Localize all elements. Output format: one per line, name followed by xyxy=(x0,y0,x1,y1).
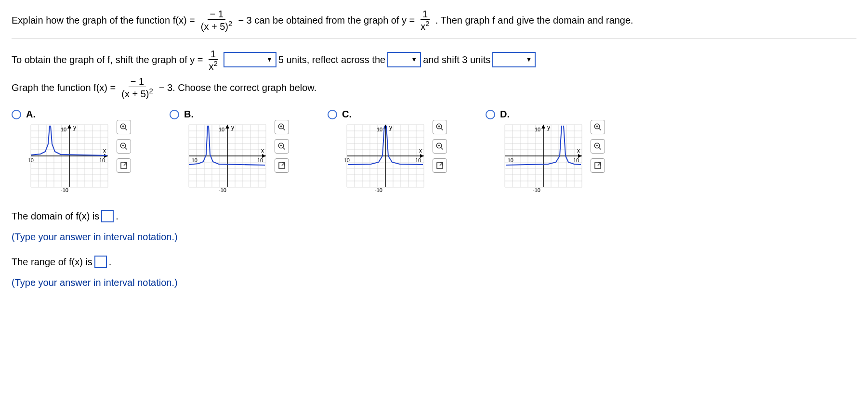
range-question: The range of f(x) is . xyxy=(12,251,856,272)
svg-line-159 xyxy=(598,163,601,166)
denominator: x2 xyxy=(207,60,219,72)
svg-text:x: x xyxy=(577,147,580,154)
fraction: − 1 (x + 5)2 xyxy=(199,9,235,32)
question-text: Explain how the graph of the function f(… xyxy=(12,9,856,39)
graph-c: y x 10 10 -10 -10 xyxy=(342,120,429,192)
svg-line-112 xyxy=(441,128,443,130)
svg-text:10: 10 xyxy=(61,127,66,132)
option-label: A. xyxy=(26,109,131,120)
zoom-out-icon[interactable] xyxy=(117,139,131,154)
text: The domain of f(x) is xyxy=(12,206,99,227)
svg-line-152 xyxy=(599,128,601,130)
fraction: 1 x2 xyxy=(207,49,219,72)
svg-text:-10: -10 xyxy=(342,157,350,163)
range-hint: (Type your answer in interval notation.) xyxy=(12,277,856,288)
svg-text:-10: -10 xyxy=(26,157,34,163)
svg-text:10: 10 xyxy=(257,157,263,163)
numerator: − 1 xyxy=(208,9,225,20)
svg-text:10: 10 xyxy=(573,157,579,163)
text: Explain how the graph of the function f(… xyxy=(12,10,195,31)
svg-line-119 xyxy=(440,163,443,166)
denominator: (x + 5)2 xyxy=(119,87,155,99)
svg-text:10: 10 xyxy=(377,127,382,132)
denominator: x2 xyxy=(419,20,431,32)
radio-c[interactable] xyxy=(328,110,337,119)
svg-text:y: y xyxy=(73,124,76,131)
zoom-out-icon[interactable] xyxy=(275,139,289,154)
svg-text:x: x xyxy=(419,147,422,154)
numerator: 1 xyxy=(209,49,218,60)
svg-line-36 xyxy=(125,147,127,150)
svg-text:10: 10 xyxy=(535,127,540,132)
svg-line-79 xyxy=(282,163,285,166)
shift-direction-dropdown[interactable] xyxy=(224,52,276,67)
svg-line-72 xyxy=(283,128,285,130)
graph-instruction: Graph the function f(x) = − 1 (x + 5)2 −… xyxy=(12,76,856,99)
numerator: − 1 xyxy=(129,76,146,87)
zoom-in-icon[interactable] xyxy=(275,120,289,134)
svg-text:10: 10 xyxy=(219,127,224,132)
text: 5 units, reflect across the xyxy=(278,49,385,70)
fraction: − 1 (x + 5)2 xyxy=(119,76,155,99)
option-label: B. xyxy=(184,109,289,120)
zoom-out-icon[interactable] xyxy=(433,139,447,154)
svg-text:10: 10 xyxy=(415,157,421,163)
option-c: C. y x 10 10 xyxy=(328,108,447,192)
svg-line-76 xyxy=(283,147,285,150)
svg-text:-10: -10 xyxy=(190,157,197,163)
graph-b: y x 10 10 -10 -10 xyxy=(184,120,271,192)
svg-text:-10: -10 xyxy=(506,157,513,163)
option-label: D. xyxy=(500,109,605,120)
range-input[interactable] xyxy=(94,256,107,268)
svg-line-116 xyxy=(441,147,443,150)
shift-vertical-dropdown[interactable] xyxy=(492,52,536,67)
svg-text:-10: -10 xyxy=(375,187,382,192)
option-b: B. y x 10 10 xyxy=(170,108,289,192)
graph-a: y x 10 10 -10 -10 xyxy=(26,120,113,192)
text: . Then graph f and give the domain and r… xyxy=(435,10,633,31)
svg-line-32 xyxy=(125,128,127,130)
text: − 3 can be obtained from the graph of y … xyxy=(238,10,415,31)
reflect-axis-dropdown[interactable] xyxy=(387,52,421,67)
transformation-sentence: To obtain the graph of f, shift the grap… xyxy=(12,49,856,72)
svg-text:-10: -10 xyxy=(61,187,68,192)
zoom-in-icon[interactable] xyxy=(433,120,447,134)
radio-b[interactable] xyxy=(170,110,179,119)
text: . xyxy=(109,251,112,272)
svg-text:y: y xyxy=(231,124,234,131)
zoom-in-icon[interactable] xyxy=(117,120,131,134)
denominator: (x + 5)2 xyxy=(199,20,235,32)
domain-input[interactable] xyxy=(101,210,114,222)
text: . xyxy=(116,206,118,227)
text: The range of f(x) is xyxy=(12,251,92,272)
option-label: C. xyxy=(342,109,447,120)
option-d: D. y x 10 10 xyxy=(486,108,605,192)
domain-question: The domain of f(x) is . xyxy=(12,206,856,227)
svg-line-39 xyxy=(124,163,127,166)
svg-text:-10: -10 xyxy=(533,187,540,192)
svg-text:10: 10 xyxy=(99,157,105,163)
numerator: 1 xyxy=(421,9,430,20)
expand-icon[interactable] xyxy=(433,158,447,173)
domain-hint: (Type your answer in interval notation.) xyxy=(12,232,856,243)
text: and shift 3 units xyxy=(423,49,490,70)
expand-icon[interactable] xyxy=(591,158,605,173)
text: − 3. Choose the correct graph below. xyxy=(159,77,316,98)
zoom-out-icon[interactable] xyxy=(591,139,605,154)
svg-text:x: x xyxy=(261,147,264,154)
text: To obtain the graph of f, shift the grap… xyxy=(12,49,203,70)
svg-text:x: x xyxy=(103,147,106,154)
zoom-in-icon[interactable] xyxy=(591,120,605,134)
svg-text:-10: -10 xyxy=(219,187,226,192)
text: Graph the function f(x) = xyxy=(12,77,116,98)
expand-icon[interactable] xyxy=(275,158,289,173)
fraction: 1 x2 xyxy=(419,9,431,32)
option-a: A. y x 10 10 xyxy=(12,108,131,192)
radio-d[interactable] xyxy=(486,110,495,119)
radio-a[interactable] xyxy=(12,110,21,119)
svg-line-156 xyxy=(599,147,601,150)
expand-icon[interactable] xyxy=(117,158,131,173)
graph-options: A. y x 10 10 xyxy=(12,108,856,192)
graph-d: y x 10 10 -10 -10 xyxy=(500,120,587,192)
svg-text:y: y xyxy=(389,124,392,131)
